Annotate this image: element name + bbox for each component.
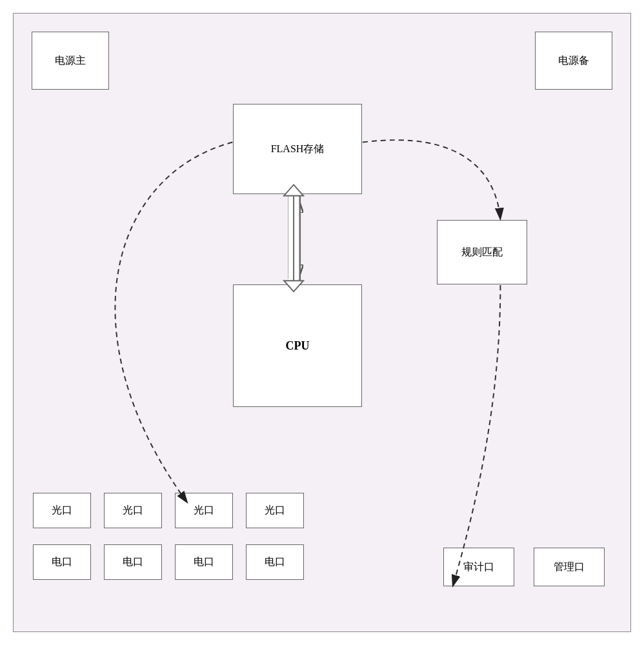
audit-label: 审计口 [463,561,494,574]
electric-label-3: 电口 [194,555,214,569]
electric-box-1: 电口 [33,544,91,580]
electric-box-2: 电口 [104,544,162,580]
cpu-label: CPU [286,339,310,353]
electric-label-4: 电口 [265,555,285,569]
optical-box-3: 光口 [175,493,233,528]
diagram-container: 电源主 电源备 FLASH存储 CPU 规则匹配 审计口 管理口 光口 光口 光… [13,13,631,632]
manage-box: 管理口 [534,548,605,586]
flash-label: FLASH存储 [271,143,325,156]
power-backup-box: 电源备 [535,32,612,90]
rules-label: 规则匹配 [461,246,503,259]
electric-label-1: 电口 [52,555,72,569]
cpu-box: CPU [233,284,362,407]
rules-box: 规则匹配 [437,220,527,284]
optical-label-3: 光口 [194,504,214,517]
optical-box-4: 光口 [246,493,304,528]
optical-label-4: 光口 [265,504,285,517]
optical-box-1: 光口 [33,493,91,528]
electric-label-2: 电口 [123,555,143,569]
audit-box: 审计口 [443,548,514,586]
optical-label-1: 光口 [52,504,72,517]
dashed-arc-left [115,143,232,503]
electric-box-4: 电口 [246,544,304,580]
power-main-box: 电源主 [32,32,109,90]
manage-label: 管理口 [554,561,585,574]
optical-box-2: 光口 [104,493,162,528]
optical-label-2: 光口 [123,504,143,517]
dashed-line-flash-to-rules [363,140,501,219]
power-backup-label: 电源备 [558,54,589,68]
dashed-line-rules-to-audit [453,285,501,586]
flash-box: FLASH存储 [233,104,362,194]
power-main-label: 电源主 [55,54,86,68]
electric-box-3: 电口 [175,544,233,580]
